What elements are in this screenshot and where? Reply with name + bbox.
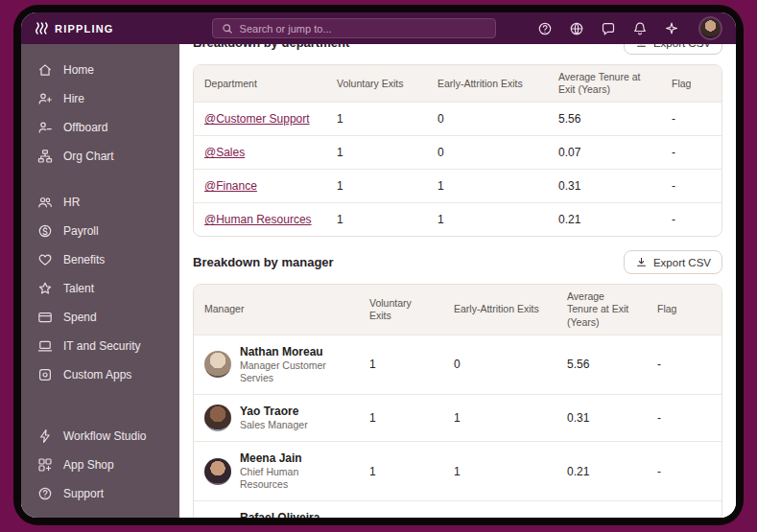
flag-cell: -: [647, 501, 722, 518]
table-row: @Finance 1 1 0.31 -: [194, 170, 722, 203]
lightning-icon: [37, 428, 53, 444]
department-link[interactable]: @Finance: [204, 179, 257, 193]
export-csv-button-department[interactable]: Export CSV: [624, 44, 722, 55]
avg-tenure-cell: 0.31: [548, 170, 661, 203]
sidebar-item-label: IT and Security: [63, 339, 140, 353]
sidebar-item-label: Payroll: [63, 224, 99, 238]
manager-role: Manager Customer Servies: [240, 359, 348, 384]
department-section-header: Breakdown by department Export CSV: [193, 44, 722, 56]
manager-role: Chief Human Resources: [240, 466, 348, 491]
flag-cell: -: [661, 203, 722, 237]
voluntary-exits-cell: 1: [359, 394, 443, 441]
sidebar-item-talent[interactable]: Talent: [21, 274, 179, 303]
department-link[interactable]: @Customer Support: [204, 112, 310, 126]
manager-role: Sales Manager: [240, 419, 308, 431]
sidebar-item-label: Custom Apps: [63, 368, 131, 382]
brand-wordmark: RIPPLING: [55, 23, 114, 35]
search-icon: [222, 23, 233, 35]
app-box-icon: [37, 367, 53, 382]
avatar: [204, 351, 231, 378]
flag-cell: -: [647, 335, 722, 394]
rippling-app-window: RIPPLING Search or jump to...: [21, 12, 736, 518]
chat-icon[interactable]: [600, 20, 616, 36]
sidebar-item-app-shop[interactable]: App Shop: [21, 451, 179, 479]
table-row: @Customer Support 1 0 5.56 -: [194, 103, 722, 136]
desktop-background: RIPPLING Search or jump to...: [0, 0, 757, 532]
sidebar-item-benefits[interactable]: Benefits: [21, 245, 179, 274]
export-csv-button-manager[interactable]: Export CSV: [624, 250, 722, 274]
department-link[interactable]: @Human Resources: [204, 213, 312, 226]
early-attrition-cell: 0: [427, 103, 548, 136]
sidebar-item-custom-apps[interactable]: Custom Apps: [21, 360, 179, 389]
sidebar-item-label: HR: [63, 196, 80, 209]
export-csv-label: Export CSV: [653, 44, 711, 49]
sidebar-item-spend[interactable]: Spend: [21, 303, 179, 332]
table-row: Yao Traore Sales Manager 1 1 0.31 -: [194, 394, 722, 441]
avg-tenure-cell: 5.56: [556, 335, 647, 394]
globe-icon[interactable]: [568, 20, 584, 36]
manager-table-header-row: Manager Voluntary Exits Early-Attrition …: [194, 285, 722, 335]
ai-sparkle-icon[interactable]: [663, 20, 679, 36]
early-attrition-cell: 1: [443, 501, 556, 518]
department-link[interactable]: @Sales: [204, 146, 245, 159]
sidebar-item-hire[interactable]: Hire: [21, 84, 179, 113]
sidebar-item-label: Hire: [63, 92, 84, 105]
browser-frame: RIPPLING Search or jump to...: [13, 5, 744, 525]
voluntary-exits-cell: 1: [359, 335, 443, 394]
search-input[interactable]: Search or jump to...: [212, 18, 496, 38]
table-row: @Human Resources 1 1 0.21 -: [194, 203, 722, 237]
manager-name: Yao Traore: [240, 405, 308, 419]
avatar: [204, 405, 231, 431]
column-header: Department: [194, 65, 326, 103]
column-header: Manager: [194, 285, 359, 335]
sidebar-item-label: Support: [63, 487, 104, 500]
download-icon: [635, 256, 648, 268]
manager-name: Rafael Oliveira: [240, 511, 348, 518]
sidebar-item-org-chart[interactable]: Org Chart: [21, 142, 179, 171]
sidebar-item-label: Org Chart: [63, 150, 114, 163]
sidebar-item-it-security[interactable]: IT and Security: [21, 332, 179, 360]
column-header: Average Tenure at Exit (Years): [556, 285, 647, 335]
rippling-logo-icon: [35, 22, 48, 35]
people-icon: [37, 195, 53, 210]
table-row: @Sales 1 0 0.07 -: [194, 136, 722, 170]
avg-tenure-cell: 0.31: [556, 394, 647, 441]
avg-tenure-cell: 0.07: [556, 501, 647, 518]
sidebar-item-home[interactable]: Home: [21, 56, 179, 84]
person-minus-icon: [37, 120, 53, 135]
top-bar: RIPPLING Search or jump to...: [21, 12, 736, 44]
section-title-manager: Breakdown by manager: [193, 255, 334, 269]
user-avatar[interactable]: [698, 16, 722, 40]
sidebar-item-workflow-studio[interactable]: Workflow Studio: [21, 422, 179, 451]
avg-tenure-cell: 0.21: [556, 442, 647, 501]
column-header: Flag: [647, 285, 722, 335]
early-attrition-cell: 1: [443, 442, 556, 501]
sidebar-item-support[interactable]: Support: [21, 479, 179, 508]
sidebar-item-offboard[interactable]: Offboard: [21, 113, 179, 142]
voluntary-exits-cell: 1: [326, 203, 427, 237]
main-content: Breakdown by department Export CSV: [179, 44, 736, 518]
download-icon: [635, 44, 648, 49]
sidebar-item-label: Talent: [63, 282, 94, 295]
topbar-icon-group: [536, 16, 722, 40]
column-header: Early-Attrition Exits: [427, 65, 548, 103]
sidebar-item-hr[interactable]: HR: [21, 188, 179, 217]
column-header: Voluntary Exits: [359, 285, 443, 335]
help-icon[interactable]: [536, 20, 553, 36]
app-body: Home Hire Offboard: [21, 44, 736, 518]
bell-icon[interactable]: [631, 20, 648, 36]
sidebar-item-payroll[interactable]: Payroll: [21, 217, 179, 245]
table-row: Nathan Moreau Manager Customer Servies 1…: [194, 335, 722, 394]
card-icon: [37, 310, 53, 325]
department-table-header-row: Department Voluntary Exits Early-Attriti…: [194, 65, 722, 103]
column-header: Average Tenure at Exit (Years): [548, 65, 661, 103]
early-attrition-cell: 1: [443, 394, 556, 441]
rippling-logo[interactable]: RIPPLING: [35, 22, 114, 35]
early-attrition-cell: 1: [427, 170, 548, 203]
manager-name: Nathan Moreau: [240, 345, 348, 359]
voluntary-exits-cell: 1: [359, 501, 443, 518]
early-attrition-cell: 0: [427, 136, 548, 170]
sidebar-item-label: Workflow Studio: [63, 429, 146, 443]
export-csv-label: Export CSV: [653, 257, 711, 268]
sidebar-item-label: App Shop: [63, 458, 114, 472]
